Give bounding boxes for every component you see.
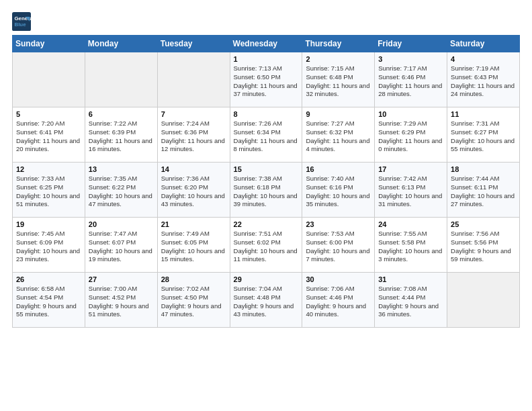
- day-header-wednesday: Wednesday: [230, 36, 302, 52]
- calendar-cell: 24Sunrise: 7:55 AMSunset: 5:58 PMDayligh…: [375, 218, 447, 273]
- calendar-cell: 7Sunrise: 7:24 AMSunset: 6:36 PMDaylight…: [157, 107, 230, 163]
- calendar-cell: 17Sunrise: 7:42 AMSunset: 6:13 PMDayligh…: [375, 163, 447, 218]
- cell-info: Sunrise: 7:04 AMSunset: 4:48 PMDaylight:…: [234, 285, 299, 319]
- day-header-monday: Monday: [85, 36, 157, 52]
- day-number: 23: [306, 220, 371, 228]
- calendar-cell: 15Sunrise: 7:38 AMSunset: 6:18 PMDayligh…: [230, 163, 302, 218]
- day-number: 26: [16, 275, 81, 283]
- day-number: 6: [89, 110, 154, 118]
- days-header-row: SundayMondayTuesdayWednesdayThursdayFrid…: [13, 36, 520, 52]
- day-header-tuesday: Tuesday: [157, 36, 230, 52]
- day-number: 15: [234, 165, 299, 173]
- calendar-cell: 28Sunrise: 7:02 AMSunset: 4:50 PMDayligh…: [157, 273, 230, 328]
- cell-info: Sunrise: 7:47 AMSunset: 6:07 PMDaylight:…: [89, 230, 154, 264]
- calendar-cell: 13Sunrise: 7:35 AMSunset: 6:22 PMDayligh…: [85, 163, 157, 218]
- day-number: 22: [234, 220, 299, 228]
- calendar-cell: 1Sunrise: 7:13 AMSunset: 6:50 PMDaylight…: [230, 52, 302, 107]
- day-header-friday: Friday: [375, 36, 447, 52]
- day-header-thursday: Thursday: [302, 36, 375, 52]
- day-number: 4: [451, 55, 516, 63]
- cell-info: Sunrise: 7:40 AMSunset: 6:16 PMDaylight:…: [306, 175, 371, 209]
- calendar-cell: 8Sunrise: 7:26 AMSunset: 6:34 PMDaylight…: [230, 107, 302, 163]
- cell-info: Sunrise: 7:44 AMSunset: 6:11 PMDaylight:…: [451, 175, 516, 209]
- cell-info: Sunrise: 7:36 AMSunset: 6:20 PMDaylight:…: [161, 175, 226, 209]
- header: General Blue: [12, 12, 520, 31]
- calendar-cell: 25Sunrise: 7:56 AMSunset: 5:56 PMDayligh…: [447, 218, 520, 273]
- cell-info: Sunrise: 7:08 AMSunset: 4:44 PMDaylight:…: [378, 285, 443, 319]
- logo-icon: General Blue: [12, 12, 31, 31]
- calendar-cell: 21Sunrise: 7:49 AMSunset: 6:05 PMDayligh…: [157, 218, 230, 273]
- day-header-saturday: Saturday: [447, 36, 520, 52]
- cell-info: Sunrise: 7:51 AMSunset: 6:02 PMDaylight:…: [234, 230, 299, 264]
- cell-info: Sunrise: 7:26 AMSunset: 6:34 PMDaylight:…: [234, 120, 299, 154]
- day-number: 29: [234, 275, 299, 283]
- calendar-cell: 23Sunrise: 7:53 AMSunset: 6:00 PMDayligh…: [302, 218, 375, 273]
- calendar-cell: 26Sunrise: 6:58 AMSunset: 4:54 PMDayligh…: [13, 273, 85, 328]
- calendar-cell: [447, 273, 520, 328]
- cell-info: Sunrise: 7:38 AMSunset: 6:18 PMDaylight:…: [234, 175, 299, 209]
- calendar-cell: 19Sunrise: 7:45 AMSunset: 6:09 PMDayligh…: [13, 218, 85, 273]
- calendar-cell: 10Sunrise: 7:29 AMSunset: 6:29 PMDayligh…: [375, 107, 447, 163]
- calendar-week-3: 12Sunrise: 7:33 AMSunset: 6:25 PMDayligh…: [13, 163, 520, 218]
- calendar-cell: 11Sunrise: 7:31 AMSunset: 6:27 PMDayligh…: [447, 107, 520, 163]
- calendar-week-4: 19Sunrise: 7:45 AMSunset: 6:09 PMDayligh…: [13, 218, 520, 273]
- calendar-cell: 14Sunrise: 7:36 AMSunset: 6:20 PMDayligh…: [157, 163, 230, 218]
- day-number: 3: [378, 55, 443, 63]
- cell-info: Sunrise: 7:19 AMSunset: 6:43 PMDaylight:…: [451, 64, 516, 99]
- cell-info: Sunrise: 7:31 AMSunset: 6:27 PMDaylight:…: [451, 120, 516, 154]
- day-number: 1: [234, 55, 299, 63]
- day-number: 10: [378, 110, 443, 118]
- cell-info: Sunrise: 6:58 AMSunset: 4:54 PMDaylight:…: [16, 285, 81, 319]
- day-number: 11: [451, 110, 516, 118]
- day-number: 18: [451, 165, 516, 173]
- calendar-cell: 30Sunrise: 7:06 AMSunset: 4:46 PMDayligh…: [302, 273, 375, 328]
- cell-info: Sunrise: 7:15 AMSunset: 6:48 PMDaylight:…: [306, 64, 371, 99]
- day-number: 9: [306, 110, 371, 118]
- cell-info: Sunrise: 7:27 AMSunset: 6:32 PMDaylight:…: [306, 120, 371, 154]
- day-number: 7: [161, 110, 226, 118]
- calendar-cell: 22Sunrise: 7:51 AMSunset: 6:02 PMDayligh…: [230, 218, 302, 273]
- calendar-cell: 5Sunrise: 7:20 AMSunset: 6:41 PMDaylight…: [13, 107, 85, 163]
- calendar-cell: 6Sunrise: 7:22 AMSunset: 6:39 PMDaylight…: [85, 107, 157, 163]
- calendar-cell: 9Sunrise: 7:27 AMSunset: 6:32 PMDaylight…: [302, 107, 375, 163]
- day-number: 8: [234, 110, 299, 118]
- cell-info: Sunrise: 7:53 AMSunset: 6:00 PMDaylight:…: [306, 230, 371, 264]
- calendar-cell: [157, 52, 230, 107]
- cell-info: Sunrise: 7:56 AMSunset: 5:56 PMDaylight:…: [451, 230, 516, 264]
- calendar-week-2: 5Sunrise: 7:20 AMSunset: 6:41 PMDaylight…: [13, 107, 520, 163]
- calendar-cell: [13, 52, 85, 107]
- day-number: 31: [378, 275, 443, 283]
- cell-info: Sunrise: 7:20 AMSunset: 6:41 PMDaylight:…: [16, 120, 81, 154]
- page: General Blue SundayMondayTuesdayWednesda…: [0, 0, 532, 411]
- day-number: 12: [16, 165, 81, 173]
- cell-info: Sunrise: 7:55 AMSunset: 5:58 PMDaylight:…: [378, 230, 443, 264]
- calendar-cell: 31Sunrise: 7:08 AMSunset: 4:44 PMDayligh…: [375, 273, 447, 328]
- logo: General Blue: [12, 12, 34, 31]
- day-number: 28: [161, 275, 226, 283]
- cell-info: Sunrise: 7:42 AMSunset: 6:13 PMDaylight:…: [378, 175, 443, 209]
- calendar-cell: 2Sunrise: 7:15 AMSunset: 6:48 PMDaylight…: [302, 52, 375, 107]
- cell-info: Sunrise: 7:00 AMSunset: 4:52 PMDaylight:…: [89, 285, 154, 319]
- calendar-cell: 18Sunrise: 7:44 AMSunset: 6:11 PMDayligh…: [447, 163, 520, 218]
- cell-info: Sunrise: 7:29 AMSunset: 6:29 PMDaylight:…: [378, 120, 443, 154]
- day-number: 19: [16, 220, 81, 228]
- calendar-cell: 20Sunrise: 7:47 AMSunset: 6:07 PMDayligh…: [85, 218, 157, 273]
- calendar-cell: 16Sunrise: 7:40 AMSunset: 6:16 PMDayligh…: [302, 163, 375, 218]
- cell-info: Sunrise: 7:49 AMSunset: 6:05 PMDaylight:…: [161, 230, 226, 264]
- cell-info: Sunrise: 7:35 AMSunset: 6:22 PMDaylight:…: [89, 175, 154, 209]
- day-number: 21: [161, 220, 226, 228]
- day-number: 16: [306, 165, 371, 173]
- day-number: 17: [378, 165, 443, 173]
- day-number: 27: [89, 275, 154, 283]
- day-number: 14: [161, 165, 226, 173]
- cell-info: Sunrise: 7:17 AMSunset: 6:46 PMDaylight:…: [378, 64, 443, 99]
- cell-info: Sunrise: 7:02 AMSunset: 4:50 PMDaylight:…: [161, 285, 226, 319]
- day-number: 24: [378, 220, 443, 228]
- calendar-week-5: 26Sunrise: 6:58 AMSunset: 4:54 PMDayligh…: [13, 273, 520, 328]
- calendar-cell: 29Sunrise: 7:04 AMSunset: 4:48 PMDayligh…: [230, 273, 302, 328]
- svg-text:Blue: Blue: [15, 21, 27, 28]
- calendar-cell: [85, 52, 157, 107]
- cell-info: Sunrise: 7:33 AMSunset: 6:25 PMDaylight:…: [16, 175, 81, 209]
- calendar-cell: 4Sunrise: 7:19 AMSunset: 6:43 PMDaylight…: [447, 52, 520, 107]
- day-number: 2: [306, 55, 371, 63]
